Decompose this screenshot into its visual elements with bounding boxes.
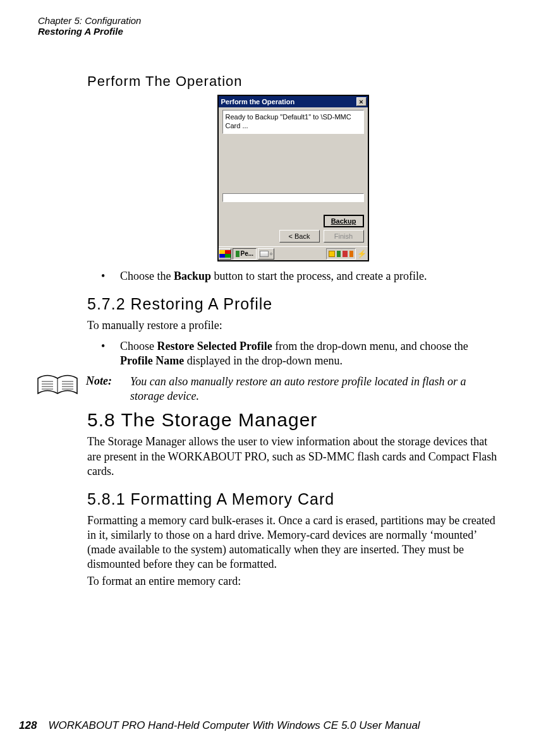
dialog-titlebar: Perform the Operation × <box>219 96 368 107</box>
tray-icon-3 <box>343 251 348 257</box>
back-button[interactable]: < Back <box>279 230 320 243</box>
paragraph: The Storage Manager allows the user to v… <box>87 435 499 478</box>
page: Chapter 5: Configuration Restoring A Pro… <box>0 0 534 756</box>
note-body: You can also manually restore an auto re… <box>130 375 499 403</box>
tray-icon-1 <box>329 251 335 257</box>
dialog-perform-operation: Perform the Operation × Ready to Backup … <box>217 95 369 261</box>
taskbar-app-button[interactable]: Pe... <box>233 248 257 260</box>
close-icon[interactable]: × <box>356 97 367 106</box>
page-number: 128 <box>19 719 37 732</box>
finish-button: Finish <box>324 230 364 243</box>
note-block: Note: You can also manually restore an a… <box>37 375 499 403</box>
bullet-list-backup: Choose the Backup button to start the pr… <box>87 269 499 284</box>
page-header: Chapter 5: Configuration Restoring A Pro… <box>38 15 502 37</box>
keyboard-icon <box>260 251 269 257</box>
list-item: Choose Restore Selected Profile from the… <box>87 339 499 368</box>
dialog-title: Perform the Operation <box>221 98 295 105</box>
book-icon <box>37 375 78 397</box>
circle-icon <box>270 253 272 255</box>
content: Perform The Operation Perform the Operat… <box>87 73 499 589</box>
section-label: Restoring A Profile <box>38 26 502 37</box>
tray-icon-4 <box>349 251 353 257</box>
heading-5-8: 5.8 The Storage Manager <box>87 409 499 431</box>
backup-button[interactable]: Backup <box>324 215 364 227</box>
heading-perform-operation: Perform The Operation <box>87 73 499 90</box>
taskbar-keyboard-button[interactable] <box>258 248 274 260</box>
list-item: Choose the Backup button to start the pr… <box>87 269 499 284</box>
dialog-body: Ready to Backup "Default1" to \SD-MMC Ca… <box>219 107 368 246</box>
page-footer: 128 WORKABOUT PRO Hand-Held Computer Wit… <box>19 719 534 732</box>
bullet-list-restore: Choose Restore Selected Profile from the… <box>87 339 499 368</box>
app-icon <box>236 251 240 257</box>
start-button[interactable] <box>219 248 231 260</box>
heading-5-8-1: 5.8.1 Formatting A Memory Card <box>87 490 499 508</box>
note-label: Note: <box>86 375 123 388</box>
lightning-icon: ⚡ <box>357 249 367 258</box>
paragraph: To manually restore a profile: <box>87 318 499 333</box>
tray-icon-2 <box>337 251 341 257</box>
paragraph: Formatting a memory card bulk-erases it.… <box>87 513 499 572</box>
chapter-label: Chapter 5: Configuration <box>38 15 502 26</box>
footer-title: WORKABOUT PRO Hand-Held Computer With Wi… <box>48 719 420 732</box>
screenshot-container: Perform the Operation × Ready to Backup … <box>217 95 369 261</box>
progress-bar <box>222 193 364 202</box>
dialog-message: Ready to Backup "Default1" to \SD-MMC Ca… <box>222 110 364 134</box>
taskbar: Pe... ⚡ <box>219 246 368 260</box>
windows-logo-icon <box>219 250 231 258</box>
heading-5-7-2: 5.7.2 Restoring A Profile <box>87 295 499 313</box>
system-tray <box>326 248 356 260</box>
paragraph: To format an entire memory card: <box>87 574 499 589</box>
